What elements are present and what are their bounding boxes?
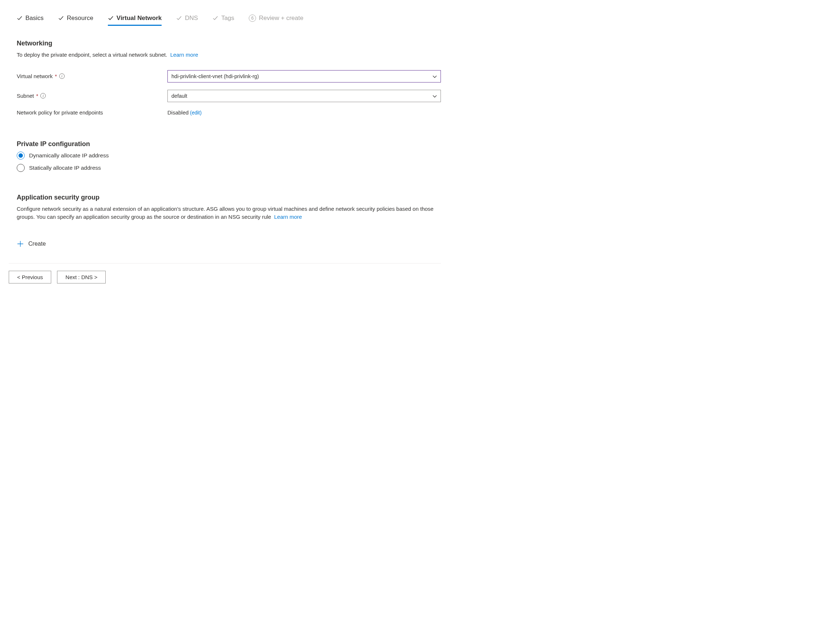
chevron-down-icon [433,94,437,98]
tab-tags[interactable]: Tags [212,14,234,26]
radio-icon [17,152,25,160]
asg-create-button[interactable]: Create [17,240,46,247]
networking-learn-more-link[interactable]: Learn more [171,52,198,58]
previous-button[interactable]: < Previous [9,271,51,283]
vnet-label-text: Virtual network [17,73,53,79]
subnet-dropdown[interactable]: default [167,90,441,102]
step-number-icon: 6 [249,14,256,22]
plus-icon [17,240,24,247]
radio-label: Statically allocate IP address [29,165,101,171]
network-policy-edit-link[interactable]: (edit) [190,110,202,115]
network-policy-label-text: Network policy for private endpoints [17,109,103,115]
subnet-label: Subnet * i [17,93,167,99]
info-icon[interactable]: i [59,73,65,79]
subnet-value: default [171,93,187,99]
asg-description: Configure network security as a natural … [17,205,441,221]
chevron-down-icon [433,74,437,79]
radio-label: Dynamically allocate IP address [29,152,109,159]
check-icon [108,15,114,21]
tab-review-create[interactable]: 6 Review + create [249,14,303,26]
ip-allocation-radio-group: Dynamically allocate IP address Statical… [17,152,441,172]
required-asterisk: * [55,73,57,79]
check-icon [212,15,218,21]
vnet-dropdown[interactable]: hdi-privlink-client-vnet (hdi-privlink-r… [167,70,441,82]
next-button[interactable]: Next : DNS > [57,271,106,283]
info-icon[interactable]: i [40,93,46,98]
radio-dynamic-ip[interactable]: Dynamically allocate IP address [17,152,441,160]
radio-static-ip[interactable]: Statically allocate IP address [17,164,441,172]
vnet-value: hdi-privlink-client-vnet (hdi-privlink-r… [171,73,259,79]
networking-description: To deploy the private endpoint, select a… [17,51,441,59]
tab-label: Review + create [259,14,303,22]
check-icon [58,15,64,21]
asg-desc-text: Configure network security as a natural … [17,206,434,220]
check-icon [17,15,22,21]
tab-basics[interactable]: Basics [17,14,44,26]
check-icon [176,15,182,21]
network-policy-value: Disabled [167,109,188,115]
tab-dns[interactable]: DNS [176,14,198,26]
private-ip-heading: Private IP configuration [17,140,441,148]
tab-resource[interactable]: Resource [58,14,93,26]
tab-virtual-network[interactable]: Virtual Network [108,14,162,26]
tab-label: Resource [67,14,93,22]
networking-desc-text: To deploy the private endpoint, select a… [17,52,167,58]
tab-label: Tags [221,14,234,22]
network-policy-label: Network policy for private endpoints [17,109,167,115]
asg-learn-more-link[interactable]: Learn more [274,214,302,220]
vnet-label: Virtual network * i [17,73,167,79]
wizard-footer: < Previous Next : DNS > [9,263,441,298]
networking-heading: Networking [17,40,441,47]
required-asterisk: * [36,93,38,99]
radio-icon [17,164,25,172]
subnet-label-text: Subnet [17,93,34,99]
tab-label: Virtual Network [117,14,162,22]
tab-label: DNS [185,14,198,22]
asg-heading: Application security group [17,194,441,201]
asg-create-label: Create [28,240,46,247]
wizard-tabs: Basics Resource Virtual Network DNS Tags [17,14,441,26]
tab-label: Basics [25,14,44,22]
